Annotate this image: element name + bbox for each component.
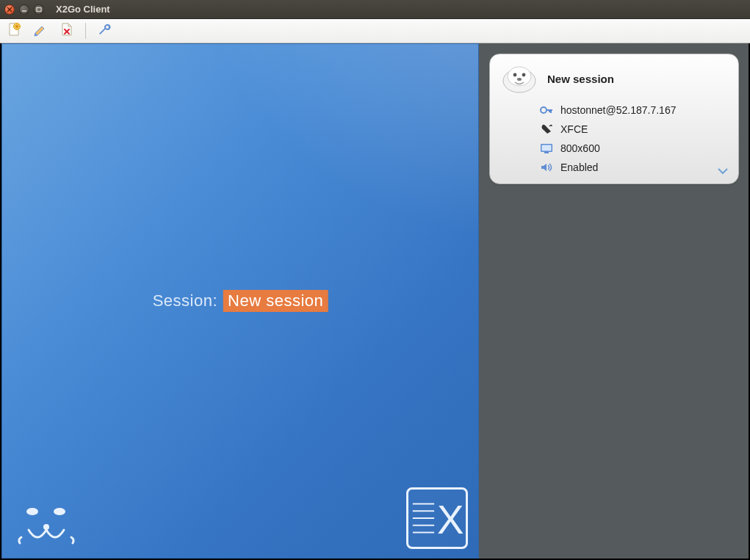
seal-face-icon xyxy=(14,501,80,552)
svg-point-21 xyxy=(508,67,531,86)
titlebar: X2Go Client xyxy=(0,0,750,19)
session-card-header: New session xyxy=(500,63,728,94)
x2go-logo: X xyxy=(406,487,468,549)
session-label: Session: xyxy=(153,291,217,310)
session-connection-row: hostonnet@52.187.7.167 xyxy=(540,104,728,116)
minimize-button[interactable] xyxy=(19,4,29,15)
new-file-icon xyxy=(7,22,21,40)
maximize-button[interactable] xyxy=(34,4,44,15)
pencil-icon xyxy=(33,22,48,40)
svg-rect-28 xyxy=(544,152,549,153)
svg-point-24 xyxy=(517,78,522,81)
toolbar-separator xyxy=(85,23,86,39)
svg-rect-27 xyxy=(542,145,552,151)
window-buttons xyxy=(4,4,44,15)
wrench-icon xyxy=(97,22,112,40)
mouse-icon xyxy=(540,123,553,135)
svg-point-11 xyxy=(26,508,38,515)
session-card[interactable]: New session hostonnet@52.187.7.167 xyxy=(489,54,739,184)
session-desktop-value: XFCE xyxy=(560,123,588,135)
session-connection-value: hostonnet@52.187.7.167 xyxy=(560,104,676,116)
session-sound-row: Enabled xyxy=(540,161,728,173)
svg-point-25 xyxy=(541,107,547,113)
session-card-title: New session xyxy=(547,73,614,85)
seal-avatar-icon xyxy=(500,63,538,94)
session-line: Session: New session xyxy=(153,290,328,312)
left-panel: Session: New session xyxy=(1,43,479,559)
sound-icon xyxy=(540,161,553,173)
delete-session-button[interactable] xyxy=(59,23,75,39)
expand-button[interactable] xyxy=(716,166,729,176)
svg-text:X: X xyxy=(437,498,464,542)
right-panel: New session hostonnet@52.187.7.167 xyxy=(479,43,749,559)
session-desktop-row: XFCE xyxy=(540,123,728,135)
svg-rect-3 xyxy=(37,7,41,11)
session-card-rows: hostonnet@52.187.7.167 XFCE xyxy=(500,104,728,173)
session-sound-value: Enabled xyxy=(560,161,598,173)
svg-point-13 xyxy=(43,524,49,530)
svg-point-22 xyxy=(513,73,517,77)
key-icon xyxy=(540,104,553,116)
delete-file-icon xyxy=(60,22,74,40)
display-icon xyxy=(540,142,553,154)
close-button[interactable] xyxy=(4,4,15,15)
new-session-button[interactable] xyxy=(6,23,22,39)
toolbar xyxy=(0,19,750,43)
svg-point-12 xyxy=(54,508,65,515)
main-area: Session: New session xyxy=(0,43,750,560)
session-value[interactable]: New session xyxy=(223,290,328,312)
settings-button[interactable] xyxy=(96,23,112,39)
session-resolution-value: 800x600 xyxy=(560,142,600,154)
svg-point-23 xyxy=(522,73,526,77)
edit-session-button[interactable] xyxy=(32,23,48,39)
session-resolution-row: 800x600 xyxy=(540,142,728,154)
window-title: X2Go Client xyxy=(56,4,110,15)
